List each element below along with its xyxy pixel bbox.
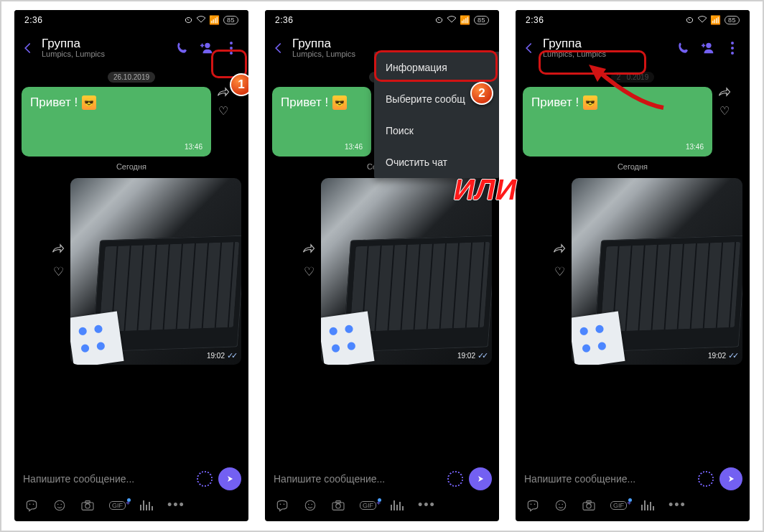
audio-icon[interactable]: [140, 500, 153, 510]
read-checks-icon: ✓✓: [728, 351, 737, 360]
photo-time: 19:02: [457, 352, 475, 360]
photo-message: ♡ 19:02✓✓: [302, 178, 492, 365]
more-attachments-icon[interactable]: •••: [418, 498, 436, 513]
message-input-bar: Напишите сообщение...: [265, 462, 499, 498]
message-input-bar: Напишите сообщение...: [14, 462, 248, 498]
message-bubble[interactable]: Привет ! 😎 13:46: [523, 87, 712, 157]
message-text: Привет !: [281, 95, 328, 110]
timer-icon[interactable]: [197, 471, 213, 487]
chat-title: Группа: [543, 37, 675, 50]
message-input[interactable]: Напишите сообщение...: [23, 473, 191, 485]
share-icon[interactable]: [217, 87, 230, 100]
call-icon[interactable]: [174, 39, 191, 57]
status-bar: 2:36 ⏲ 📶 85: [265, 10, 499, 30]
share-icon[interactable]: [553, 243, 566, 257]
smiley-icon[interactable]: [554, 499, 567, 512]
message-input[interactable]: Напишите сообщение...: [274, 473, 442, 485]
svg-point-24: [559, 503, 560, 505]
heart-icon[interactable]: ♡: [53, 264, 64, 279]
status-time: 2:36: [24, 15, 42, 25]
back-arrow-icon[interactable]: [268, 37, 289, 59]
read-checks-icon: ✓✓: [478, 351, 486, 360]
send-button[interactable]: [719, 467, 742, 490]
gif-icon[interactable]: GIF+: [610, 501, 627, 510]
svg-point-15: [312, 503, 313, 505]
sticker-icon[interactable]: [24, 499, 39, 512]
heart-icon[interactable]: ♡: [218, 104, 228, 118]
sticker-icon[interactable]: [275, 499, 289, 512]
message-bubble[interactable]: Привет ! 😎 13:46: [22, 87, 211, 157]
alarm-icon: ⏲: [185, 15, 194, 25]
menu-item-search[interactable]: Поиск: [374, 115, 499, 146]
wifi-icon: [447, 15, 457, 25]
message-text: Привет !: [531, 95, 579, 110]
chat-title-block[interactable]: Группа Lumpics, Lumpics: [540, 37, 675, 58]
battery-indicator: 85: [725, 16, 740, 24]
back-arrow-icon[interactable]: [17, 37, 39, 59]
share-icon[interactable]: [718, 87, 731, 100]
menu-item-info[interactable]: Информация: [374, 52, 499, 83]
signal-icon: 📶: [209, 15, 220, 25]
smiley-icon[interactable]: [304, 499, 317, 512]
screenshot-panel-3: 2:36 ⏲ 📶 85 Группа Lumpics, Lumpics 2 0.…: [516, 10, 750, 521]
photo-thumbnail[interactable]: 19:02✓✓: [321, 178, 492, 365]
annotation-badge-1: 1: [230, 73, 248, 96]
svg-point-5: [57, 503, 59, 505]
camera-icon[interactable]: [80, 500, 95, 511]
more-attachments-icon[interactable]: •••: [668, 498, 686, 513]
share-icon[interactable]: [52, 243, 65, 257]
camera-icon[interactable]: [582, 500, 596, 511]
smiley-icon[interactable]: [53, 499, 66, 512]
timer-icon[interactable]: [698, 471, 714, 487]
message-input[interactable]: Напишите сообщение...: [524, 473, 692, 485]
read-checks-icon: ✓✓: [227, 351, 236, 360]
send-button[interactable]: [469, 467, 492, 490]
annotation-or-label: ИЛИ: [454, 174, 517, 206]
sticker-icon[interactable]: [526, 499, 540, 512]
wifi-icon: [196, 15, 206, 25]
camera-icon[interactable]: [331, 500, 345, 511]
date-pill: 26.10.2019: [108, 72, 155, 83]
gif-icon[interactable]: GIF +: [109, 501, 126, 510]
message-bubble[interactable]: Привет ! 😎 13:46: [272, 87, 371, 157]
more-menu-icon[interactable]: [724, 39, 741, 57]
add-member-icon[interactable]: [198, 39, 215, 57]
chat-title-block[interactable]: Группа Lumpics, Lumpics: [39, 37, 174, 58]
svg-marker-20: [729, 476, 734, 482]
heart-icon[interactable]: ♡: [554, 264, 565, 279]
add-member-icon[interactable]: [699, 39, 717, 57]
heart-icon[interactable]: ♡: [304, 264, 315, 279]
emoji-icon: 😎: [332, 95, 347, 110]
photo-thumbnail[interactable]: 19:02 ✓✓: [70, 178, 241, 365]
svg-point-11: [280, 503, 281, 505]
send-button[interactable]: [218, 467, 241, 490]
gif-icon[interactable]: GIF+: [360, 501, 376, 510]
heart-icon[interactable]: ♡: [719, 104, 730, 118]
photo-thumbnail[interactable]: 19:02✓✓: [572, 178, 742, 365]
svg-point-0: [205, 43, 210, 48]
svg-rect-9: [85, 500, 90, 503]
back-arrow-icon[interactable]: [518, 37, 540, 59]
attachment-toolbar: GIF+ •••: [516, 498, 750, 521]
audio-icon[interactable]: [391, 500, 404, 510]
call-icon[interactable]: [675, 39, 692, 57]
svg-point-12: [284, 503, 285, 505]
photo-time: 19:02: [708, 352, 726, 360]
message-time: 13:46: [281, 143, 363, 151]
svg-marker-1: [228, 476, 233, 482]
svg-rect-28: [587, 500, 591, 503]
signal-icon: 📶: [460, 15, 471, 25]
more-attachments-icon[interactable]: •••: [167, 498, 185, 513]
svg-point-6: [61, 503, 62, 505]
audio-icon[interactable]: [641, 500, 654, 510]
chat-header: Группа Lumpics, Lumpics: [516, 30, 750, 66]
svg-point-27: [587, 503, 591, 508]
annotation-badge-2: 2: [470, 82, 493, 105]
message-input-bar: Напишите сообщение...: [516, 462, 750, 498]
timer-icon[interactable]: [447, 471, 463, 487]
share-icon[interactable]: [302, 243, 315, 257]
chat-title: Группа: [292, 37, 493, 50]
more-menu-icon[interactable]: [223, 39, 240, 57]
chat-title: Группа: [42, 37, 174, 50]
photo-message: ♡ 19:02 ✓✓: [52, 178, 241, 365]
